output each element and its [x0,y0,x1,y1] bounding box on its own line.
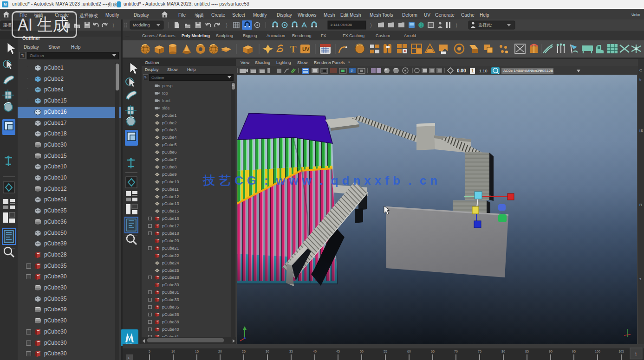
svg-text:1:144.05:608: 1:144.05:608 [330,23,352,27]
svg-text:⟩: ⟩ [370,22,372,28]
svg-text:70: 70 [454,350,458,353]
svg-text:P: P [351,69,353,73]
svg-text:20: 20 [218,350,222,353]
svg-text:100: 100 [595,350,600,353]
svg-text:80: 80 [501,350,505,353]
svg-text:15: 15 [195,350,199,353]
svg-text:50: 50 [360,350,364,353]
svg-text:1: 1 [128,356,130,360]
svg-text:10: 10 [171,350,175,353]
svg-text:90: 90 [549,350,553,353]
svg-text:1: 1 [635,352,637,356]
svg-text:105: 105 [618,350,624,353]
svg-text:35: 35 [289,350,293,353]
svg-text:选择此:: 选择此: [478,23,492,27]
svg-text:40: 40 [313,350,317,353]
svg-text:30: 30 [266,350,269,353]
svg-text:5: 5 [149,350,150,353]
svg-text:45: 45 [336,350,340,353]
svg-text:1: 1 [471,68,474,73]
svg-text:55: 55 [384,350,387,353]
svg-text:25: 25 [242,350,246,353]
svg-text:95: 95 [572,350,576,353]
svg-text:建模: 建模 [3,23,12,27]
svg-text:0.00: 0.00 [457,68,466,73]
svg-text:1.10: 1.10 [479,69,488,73]
svg-text:⟩: ⟩ [455,22,457,28]
svg-text:60: 60 [407,350,411,353]
svg-text:T: T [290,44,297,54]
svg-text:⟩: ⟩ [112,22,114,28]
svg-text:75: 75 [478,350,481,353]
svg-text:Modeling: Modeling [133,23,150,27]
svg-text:65: 65 [431,350,435,353]
svg-text:AO2c 1/488%MNfcn3 20S12B: AO2c 1/488%MNfcn3 20S12B [503,69,553,73]
svg-text:UV: UV [302,46,310,52]
svg-text:85: 85 [525,350,529,353]
svg-text:⟩: ⟩ [226,22,228,28]
